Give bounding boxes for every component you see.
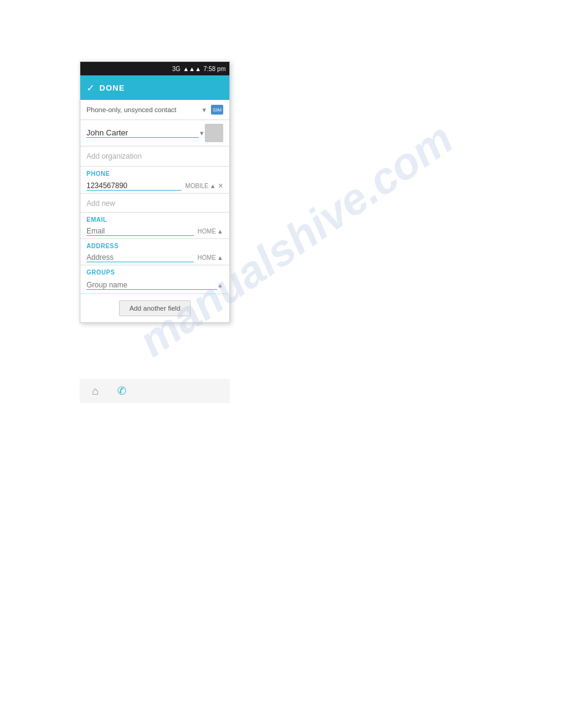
address-type-arrow[interactable]: ▲ [217,254,223,261]
email-type-arrow[interactable]: ▲ [217,228,223,235]
group-name-input[interactable] [86,281,217,290]
name-dropdown-arrow[interactable]: ▼ [199,130,205,137]
action-bar: ✓ DONE [80,75,229,100]
phone-frame: 3G ▲▲▲ 7:58 pm ✓ DONE Phone-only, unsync… [80,61,230,323]
address-field-row: HOME ▲ [80,251,229,265]
phone-input[interactable] [86,181,182,191]
group-field-row: ▲ [80,277,229,294]
sim-icon: SIM [211,105,223,115]
done-check-icon: ✓ [86,82,94,94]
email-type-label[interactable]: HOME [197,228,216,235]
email-input[interactable] [86,227,194,236]
phone-field-row: MOBILE ▲ × [80,178,229,194]
done-label[interactable]: DONE [99,83,125,93]
home-icon[interactable]: ⌂ [92,385,99,398]
organization-row[interactable]: Add organization [80,146,229,167]
add-new-phone-label: Add new [86,199,115,208]
add-new-phone-row[interactable]: Add new [80,194,229,213]
groups-section-label: GROUPS [80,265,229,277]
address-type-label[interactable]: HOME [197,254,216,261]
add-another-field-button[interactable]: Add another field [119,300,191,316]
name-row: ▼ [80,120,229,146]
email-section-label: EMAIL [80,213,229,224]
account-row[interactable]: Phone-only, unsynced contact ▼ SIM [80,100,229,120]
avatar-placeholder [205,124,223,142]
time-display: 7:58 pm [204,66,226,72]
phone-remove-button[interactable]: × [218,181,223,191]
signal-icon: ▲▲▲ [183,66,201,72]
address-section-label: ADDRESS [80,239,229,251]
name-input[interactable] [86,128,199,138]
organization-placeholder: Add organization [86,152,142,161]
group-dropdown-arrow[interactable]: ▲ [217,282,223,289]
status-bar: 3G ▲▲▲ 7:58 pm [80,62,229,75]
account-text: Phone-only, unsynced contact [86,106,197,113]
bottom-nav: ⌂ ✆ [80,379,230,403]
phone-type-label[interactable]: MOBILE [185,183,209,189]
contact-form: Phone-only, unsynced contact ▼ SIM ▼ Add… [80,100,229,316]
phone-type-arrow[interactable]: ▲ [210,183,216,189]
address-input[interactable] [86,253,194,262]
email-field-row: HOME ▲ [80,224,229,239]
phone-nav-icon[interactable]: ✆ [117,384,126,398]
account-dropdown-arrow[interactable]: ▼ [201,107,207,113]
network-indicator: 3G [172,66,180,72]
phone-section-label: PHONE [80,167,229,178]
